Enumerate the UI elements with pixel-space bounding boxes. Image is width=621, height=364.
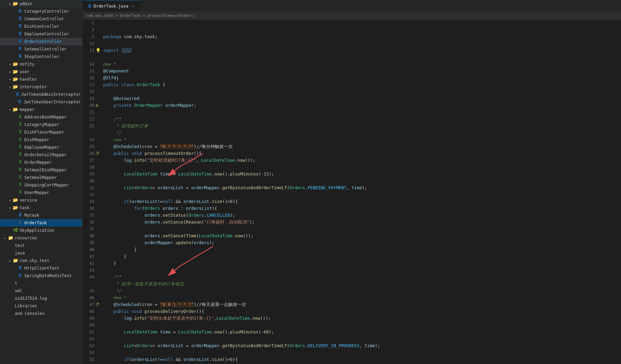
tree-icon-CommonController: C bbox=[17, 16, 23, 22]
line-num-5 bbox=[83, 54, 97, 61]
line-num-14: 22 bbox=[83, 116, 97, 123]
tab-ordertask[interactable]: C OrderTask.java × bbox=[83, 0, 141, 12]
code-line-31: } bbox=[103, 246, 621, 253]
tree-icon-OrderDetailMapper: I bbox=[17, 152, 23, 158]
sidebar-label-admin: admin bbox=[20, 1, 32, 6]
sidebar-label-SpringDataRedisTest: SpringDataRedisTest bbox=[24, 273, 72, 278]
sidebar-item-JwtTokenUserInterceptor[interactable]: CJwtTokenUserInterceptor bbox=[0, 98, 82, 106]
line-num-8: 16 bbox=[83, 75, 97, 81]
sidebar-item-DishFlavorMapper[interactable]: IDishFlavorMapper bbox=[0, 128, 82, 136]
tree-icon-CategoryMapper: I bbox=[17, 122, 23, 127]
line-num-4: 13 bbox=[83, 47, 97, 54]
tree-icon-SetmealDishMapper: I bbox=[17, 167, 23, 173]
code-content[interactable]: package com.sky.task;💡import ...new *@Co… bbox=[100, 20, 621, 364]
sidebar-item-interceptor[interactable]: ▾📂interceptor bbox=[0, 83, 82, 91]
sidebar-item-CategoryMapper[interactable]: ICategoryMapper bbox=[0, 121, 82, 128]
sidebar-item-SetmealMapper[interactable]: ISetmealMapper bbox=[0, 174, 82, 181]
sidebar-item-OrderDetailMapper[interactable]: IOrderDetailMapper bbox=[0, 151, 82, 159]
sidebar-item-OrderMapper[interactable]: IOrderMapper bbox=[0, 159, 82, 166]
code-line-29: orders.setCancelTime(LocalDateTime.now()… bbox=[103, 232, 621, 239]
tree-icon-UserMapper: I bbox=[17, 190, 23, 195]
sidebar-item-SpringDataRedisTest[interactable]: CSpringDataRedisTest bbox=[0, 272, 82, 280]
sidebar-item-java[interactable]: java bbox=[0, 249, 82, 257]
sidebar-item-t[interactable]: t bbox=[0, 280, 82, 287]
line-num-6: 14 bbox=[83, 61, 97, 68]
sidebar-item-task[interactable]: ▾📂task bbox=[0, 204, 82, 212]
breadcrumb: com.sky.task > OrderTask > processTimeou… bbox=[83, 12, 621, 20]
sidebar-item-CommonController[interactable]: CCommonController bbox=[0, 15, 82, 23]
line-num-0: 1 bbox=[83, 20, 97, 26]
sidebar-item-HttpClientTest[interactable]: CHttpClientTest bbox=[0, 264, 82, 272]
sidebar-item-JwtTokenAdminInterceptor[interactable]: CJwtTokenAdminInterceptor bbox=[0, 91, 82, 98]
tree-icon-mapper: 📂 bbox=[12, 107, 19, 112]
code-editor[interactable]: 1231213141516171819202122232425262728293… bbox=[83, 20, 621, 364]
sidebar-item-SetmealController[interactable]: CSetmealController bbox=[0, 45, 82, 53]
sidebar-label-SetmealDishMapper: SetmealDishMapper bbox=[24, 168, 67, 172]
sidebar-item-test[interactable]: test bbox=[0, 242, 82, 249]
sidebar-item-CategoryController[interactable]: CCategoryController bbox=[0, 8, 82, 15]
tab-close-button[interactable]: × bbox=[132, 3, 134, 9]
sidebar-item-oid127524log[interactable]: oid127524.log bbox=[0, 295, 82, 302]
sidebar-item-admin[interactable]: ▾📂admin bbox=[0, 0, 82, 8]
tree-icon-java bbox=[8, 250, 14, 256]
sidebar-item-ShoppingCartMapper[interactable]: IShoppingCartMapper bbox=[0, 181, 82, 189]
tree-icon-ShoppingCartMapper: I bbox=[17, 182, 23, 188]
sidebar-label-OrderController: OrderController bbox=[24, 39, 62, 44]
tree-icon-DishFlavorMapper: I bbox=[17, 129, 23, 135]
sidebar-item-service[interactable]: ▾📂service bbox=[0, 196, 82, 204]
sidebar-item-AddressBookMapper[interactable]: IAddressBookMapper bbox=[0, 113, 82, 121]
tree-icon-OrderMapper: I bbox=[17, 160, 23, 165]
sidebar-item-UserMapper[interactable]: IUserMapper bbox=[0, 189, 82, 196]
sidebar-item-EmployeeController[interactable]: CEmployeeController bbox=[0, 30, 82, 38]
sidebar-item-handler[interactable]: ▾📂handler bbox=[0, 76, 82, 83]
sidebar-item-EmployeeMapper[interactable]: IEmployeeMapper bbox=[0, 144, 82, 151]
sidebar-label-EmployeeController: EmployeeController bbox=[24, 32, 69, 36]
line-num-34: 41 bbox=[83, 253, 97, 260]
sidebar-item-ShopController[interactable]: CShopController bbox=[0, 53, 82, 60]
sidebar-label-OrderMapper: OrderMapper bbox=[24, 160, 52, 165]
sidebar-item-Mytask[interactable]: CMytask bbox=[0, 212, 82, 219]
file-tree[interactable]: ▾📂adminCCategoryControllerCCommonControl… bbox=[0, 0, 83, 364]
line-num-12: 20 bbox=[83, 102, 97, 109]
sidebar-label-UserMapper: UserMapper bbox=[24, 190, 49, 195]
sidebar-label-handler: handler bbox=[20, 77, 37, 82]
sidebar-label-Mytask: Mytask bbox=[24, 213, 39, 218]
line-num-20: 27 bbox=[83, 157, 97, 164]
code-line-47: if(ordersList!=null && ordersList.size()… bbox=[103, 356, 621, 363]
sidebar-label-xml: xml bbox=[15, 288, 22, 293]
sidebar-item-OrderTask[interactable]: COrderTask bbox=[0, 219, 82, 227]
sidebar-label-ShoppingCartMapper: ShoppingCartMapper bbox=[24, 183, 69, 187]
sidebar-item-resources[interactable]: ▸📁resources bbox=[0, 234, 82, 242]
gutter-bulb-icon: 💡 bbox=[96, 47, 101, 54]
sidebar-item-DishController[interactable]: CDishController bbox=[0, 23, 82, 30]
sidebar-item-nofity[interactable]: ▾📂nofity bbox=[0, 60, 82, 68]
sidebar-item-libraries[interactable]: Libraries bbox=[0, 302, 82, 310]
tree-icon-admin: 📂 bbox=[12, 1, 19, 7]
code-line-25: for(Orders orders : ordersList){ bbox=[103, 205, 621, 212]
sidebar-item-com.sky.test[interactable]: ▸📁com.sky.test bbox=[0, 257, 82, 264]
line-num-41: 47 bbox=[83, 301, 97, 308]
sidebar-item-DishMapper[interactable]: IDishMapper bbox=[0, 136, 82, 144]
line-num-49: 55 bbox=[83, 356, 97, 363]
tree-arrow-mapper: ▾ bbox=[8, 108, 12, 112]
sidebar-item-mapper[interactable]: ▾📂mapper bbox=[0, 106, 82, 113]
sidebar-item-user[interactable]: ▾📂user bbox=[0, 68, 82, 76]
line-num-10: 18 bbox=[83, 88, 97, 95]
sidebar-item-OrderController[interactable]: COrderController bbox=[0, 38, 82, 45]
code-line-40: public void processDeliveryOrder(){ bbox=[103, 308, 621, 315]
sidebar-label-test: test bbox=[15, 243, 25, 248]
sidebar-item-SkyApplication[interactable]: 🌿SkyApplication bbox=[0, 227, 82, 234]
code-line-15: new * bbox=[103, 136, 621, 143]
code-line-41: log.info("定时出来处于派送中的订单:{}",LocalDateTime… bbox=[103, 315, 621, 322]
code-line-2: 💡import ... bbox=[103, 47, 621, 54]
line-num-22: 29 bbox=[83, 171, 97, 178]
tab-bar: C OrderTask.java × bbox=[83, 0, 621, 12]
code-line-12: /** bbox=[103, 116, 621, 123]
code-line-24: if(ordersList!=null && ordersList.size()… bbox=[103, 198, 621, 205]
sidebar-item-andConsoles[interactable]: and Consoles bbox=[0, 310, 82, 317]
sidebar-item-SetmealDishMapper[interactable]: ISetmealDishMapper bbox=[0, 166, 82, 174]
sidebar-item-xml[interactable]: xml bbox=[0, 287, 82, 295]
tree-icon-EmployeeMapper: I bbox=[17, 145, 23, 150]
sidebar-label-CategoryController: CategoryController bbox=[24, 9, 69, 14]
code-line-0: package com.sky.task; bbox=[103, 33, 621, 40]
